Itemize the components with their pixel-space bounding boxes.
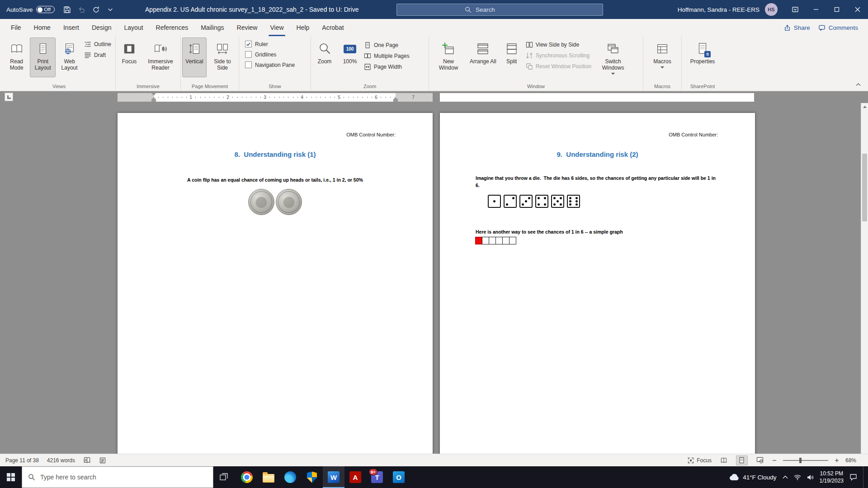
focus-mode-button[interactable]: Focus (688, 457, 712, 464)
one-page-button[interactable]: One Page (363, 41, 412, 49)
immersive-reader-icon (153, 41, 168, 57)
page-width-icon (364, 63, 371, 70)
word-count[interactable]: 4216 words (47, 457, 75, 464)
draft-button[interactable]: Draft (83, 51, 114, 59)
taskbar-app-chrome[interactable] (236, 466, 258, 488)
tab-review[interactable]: Review (231, 19, 264, 36)
close-button[interactable] (847, 0, 868, 19)
read-mode-view-button[interactable] (718, 455, 730, 465)
vertical-scrollbar[interactable] (861, 103, 868, 454)
print-layout-button[interactable]: Print Layout (30, 38, 56, 77)
ribbon-display-options-button[interactable] (785, 0, 806, 19)
checkbox-label: Gridlines (255, 52, 276, 58)
graph-cell (489, 237, 496, 244)
taskbar-app-security[interactable] (301, 466, 323, 488)
scrollbar-thumb[interactable] (862, 154, 867, 221)
tab-mailings[interactable]: Mailings (194, 19, 230, 36)
tab-insert[interactable]: Insert (57, 19, 85, 36)
vertical-button[interactable]: Vertical (182, 38, 207, 77)
tab-file[interactable]: File (5, 19, 28, 36)
zoom-slider-thumb[interactable] (799, 458, 802, 463)
side-to-side-button[interactable]: Side to Side (208, 38, 237, 77)
web-layout-button[interactable]: Web Layout (57, 38, 82, 77)
hidden-icons-button[interactable] (783, 475, 788, 479)
qat-customize-button[interactable] (104, 3, 117, 16)
autosave-toggle[interactable]: AutoSave Off (6, 6, 55, 13)
split-button[interactable]: Split (500, 38, 524, 77)
checkbox-navigation-pane[interactable]: Navigation Pane (245, 61, 295, 68)
taskbar-app-word[interactable]: W (323, 466, 344, 488)
tab-home[interactable]: Home (28, 19, 57, 36)
taskbar-app-edge[interactable] (279, 466, 301, 488)
redo-button[interactable] (89, 3, 103, 16)
volume-button[interactable] (807, 474, 814, 480)
taskbar-search[interactable]: Type here to search (22, 466, 213, 488)
tab-view[interactable]: View (264, 19, 290, 36)
task-view-button[interactable] (213, 466, 234, 488)
tab-layout[interactable]: Layout (118, 19, 150, 36)
zoom-percentage[interactable]: 68% (845, 457, 856, 464)
ruler-strip-left[interactable]: 1234567 (118, 93, 433, 102)
tab-acrobat[interactable]: Acrobat (316, 19, 350, 36)
ribbon-group-zoom: Zoom 100 100% One Page Multiple Pages Pa… (311, 36, 429, 91)
minimize-button[interactable] (806, 0, 826, 19)
new-window-icon (441, 41, 456, 57)
weather-widget[interactable]: 41°F Cloudy (729, 474, 776, 481)
zoom-slider[interactable] (783, 460, 828, 461)
multiple-pages-button[interactable]: Multiple Pages (363, 52, 412, 60)
share-button[interactable]: Share (784, 24, 810, 31)
tab-references[interactable]: References (150, 19, 195, 36)
view-side-by-side-button[interactable]: View Side by Side (525, 41, 594, 49)
proofing-errors-button[interactable] (83, 456, 91, 464)
document-page-9[interactable]: OMB Control Number: 9. Understanding ris… (440, 113, 755, 454)
network-button[interactable] (794, 474, 801, 480)
taskbar-app-teams[interactable]: T9+ (366, 466, 388, 488)
chevron-down-icon (660, 66, 664, 69)
page-indicator[interactable]: Page 11 of 38 (5, 457, 39, 464)
properties-button[interactable]: S Properties (688, 38, 717, 77)
comments-button[interactable]: Comments (818, 24, 858, 31)
undo-button[interactable] (75, 3, 88, 16)
new-window-button[interactable]: New Window (430, 38, 467, 77)
user-name[interactable]: Hoffmann, Sandra - REE-ERS (678, 6, 760, 13)
start-button[interactable] (0, 466, 22, 488)
zoom-in-button[interactable] (835, 458, 839, 463)
zoom-out-button[interactable] (772, 458, 777, 463)
arrange-all-button[interactable]: Arrange All (467, 38, 499, 77)
scroll-up-button[interactable] (861, 103, 868, 110)
collapse-ribbon-button[interactable] (853, 80, 863, 89)
tab-help[interactable]: Help (290, 19, 316, 36)
arrow-up-icon (863, 106, 867, 108)
taskbar-app-file-explorer[interactable] (258, 466, 279, 488)
ribbon-tabs: FileHomeInsertDesignLayoutReferencesMail… (5, 19, 350, 36)
taskbar-app-outlook[interactable]: O (388, 466, 410, 488)
outline-button[interactable]: Outline (83, 40, 114, 48)
document-page-8[interactable]: OMB Control Number: 8. Understanding ris… (118, 113, 433, 454)
document-canvas[interactable]: OMB Control Number: 8. Understanding ris… (0, 103, 868, 454)
maximize-button[interactable] (826, 0, 847, 19)
zoom-button[interactable]: Zoom (312, 38, 337, 77)
titlebar-search[interactable]: Search (396, 4, 603, 16)
macros-button[interactable]: Macros (650, 38, 675, 77)
action-center-button[interactable] (849, 474, 857, 481)
ribbon-group-window: New Window Arrange All Split View Side b… (429, 36, 643, 91)
print-layout-view-button[interactable] (736, 455, 748, 465)
show-desktop-button[interactable] (863, 466, 865, 488)
checkbox-gridlines[interactable]: Gridlines (245, 51, 295, 58)
save-button[interactable] (60, 3, 74, 16)
die-2 (504, 195, 517, 208)
taskbar-app-acrobat[interactable]: A (344, 466, 366, 488)
tab-stop-selector[interactable] (5, 93, 13, 101)
page-width-button[interactable]: Page Width (363, 63, 412, 71)
switch-windows-button[interactable]: Switch Windows (595, 38, 631, 77)
focus-button[interactable]: Focus (117, 38, 142, 77)
user-avatar[interactable]: HS (765, 3, 778, 16)
web-layout-view-button[interactable] (754, 455, 766, 465)
read-mode-button[interactable]: Read Mode (4, 38, 29, 77)
immersive-reader-button[interactable]: Immersive Reader (142, 38, 179, 77)
checkbox-ruler[interactable]: Ruler (245, 41, 295, 47)
tab-design[interactable]: Design (85, 19, 118, 36)
accessibility-checker-button[interactable] (99, 457, 106, 464)
zoom-100-button[interactable]: 100 100% (338, 38, 362, 77)
clock-widget[interactable]: 10:52 PM 1/19/2023 (820, 470, 844, 484)
